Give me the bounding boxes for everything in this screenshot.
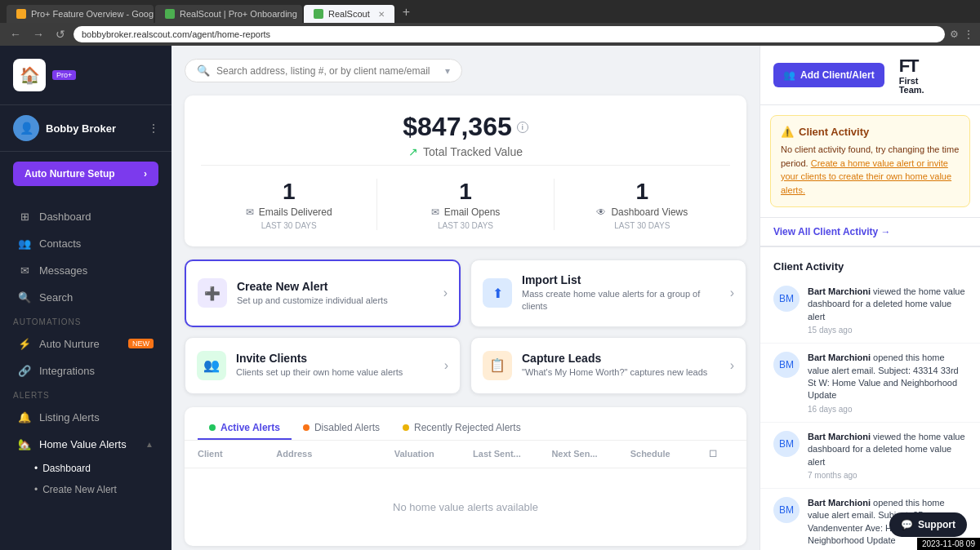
sidebar-user: 👤 Bobby Broker ⋮ <box>0 105 172 152</box>
email-opens-sublabel: LAST 30 DAYS <box>390 221 540 230</box>
client-activity-section-title: Client Activity <box>760 255 980 277</box>
tab-label-1: Pro+ Feature Overview - Google Sl... <box>31 9 154 19</box>
import-list-icon: ⬆ <box>492 286 503 301</box>
forward-button[interactable]: → <box>29 26 47 42</box>
create-alert-icon-box: ➕ <box>198 278 227 308</box>
timestamp: 2023-11-08 09 <box>917 538 980 550</box>
alert-text: No client activity found, try changing t… <box>781 143 960 197</box>
chevron-up-icon: ▲ <box>145 440 154 449</box>
search-dropdown-icon: ▾ <box>445 65 450 77</box>
import-list-text: Import List Mass create home value alert… <box>522 273 720 313</box>
view-all-label: View All Client Activity → <box>773 226 891 237</box>
dashboard-views-number: 1 <box>568 179 717 205</box>
auto-nurture-icon: ⚡ <box>18 337 31 350</box>
dashboard-views-label: Dashboard Views <box>611 206 688 218</box>
import-list-arrow: › <box>730 286 734 300</box>
activity-avatar-2: BM <box>773 352 800 378</box>
tab-3[interactable]: RealScout ✕ <box>304 5 394 23</box>
rejected-dot <box>403 424 409 431</box>
invite-clients-desc: Clients set up their own home value aler… <box>236 366 434 379</box>
view-all-activity-button[interactable]: View All Client Activity → <box>760 217 980 247</box>
sidebar-item-messages-label: Messages <box>39 264 154 277</box>
sidebar-sub-item-dashboard[interactable]: Dashboard <box>0 458 172 479</box>
capture-leads-card[interactable]: 📋 Capture Leads "What's My Home Worth?" … <box>470 337 746 394</box>
support-icon: 💬 <box>901 519 913 530</box>
menu-icon[interactable]: ⋮ <box>964 29 973 40</box>
tab-favicon-1 <box>16 9 26 19</box>
auto-nurture-setup-button[interactable]: Auto Nurture Setup › <box>13 162 158 186</box>
sidebar-item-listing-alerts[interactable]: 🔔 Listing Alerts <box>5 404 167 430</box>
sidebar-item-dashboard[interactable]: ⊞ Dashboard <box>5 203 167 229</box>
tab-rejected-label: Recently Rejected Alerts <box>414 422 521 433</box>
trend-up-icon: ↗ <box>408 145 418 158</box>
metric-dashboard-views: 1 👁 Dashboard Views LAST 30 DAYS <box>555 179 730 230</box>
support-button[interactable]: 💬 Support <box>889 512 967 537</box>
sidebar-item-search[interactable]: 🔍 Search <box>5 284 167 310</box>
tab-2[interactable]: RealScout | Pro+ Onboarding ✕ <box>155 5 302 23</box>
ft-logo: FT FirstTeam. <box>893 55 924 95</box>
tab-close-3[interactable]: ✕ <box>378 10 385 19</box>
reload-button[interactable]: ↺ <box>52 26 69 42</box>
user-menu-icon[interactable]: ⋮ <box>149 122 158 134</box>
search-icon-main: 🔍 <box>197 64 210 77</box>
capture-leads-desc: "What's My Home Worth?" captures new lea… <box>522 366 720 379</box>
import-list-icon-box: ⬆ <box>483 278 512 308</box>
create-new-alert-card[interactable]: ➕ Create New Alert Set up and customize … <box>185 259 461 327</box>
tab-label-3: RealScout <box>328 9 370 19</box>
col-checkbox[interactable]: ☐ <box>709 449 733 459</box>
sidebar-item-contacts[interactable]: 👥 Contacts <box>5 230 167 256</box>
col-schedule: Schedule <box>630 449 709 459</box>
tab-active-alerts[interactable]: Active Alerts <box>198 417 292 440</box>
sidebar-item-home-value-alerts[interactable]: 🏡 Home Value Alerts ▲ <box>5 431 167 457</box>
activity-time-2: 16 days ago <box>808 405 967 414</box>
total-value-amount: $847,365 <box>403 112 511 142</box>
alert-header: ⚠️ Client Activity <box>781 126 960 138</box>
auto-nurture-label: Auto Nurture Setup <box>24 168 115 180</box>
capture-leads-title: Capture Leads <box>522 352 720 365</box>
search-input[interactable] <box>216 65 439 77</box>
tab-rejected-alerts[interactable]: Recently Rejected Alerts <box>391 417 532 440</box>
automations-section-label: AUTOMATIONS <box>0 311 172 330</box>
invite-clients-icon: 👥 <box>203 357 220 373</box>
back-button[interactable]: ← <box>7 26 24 42</box>
add-client-button[interactable]: 👥 Add Client/Alert <box>773 63 884 87</box>
extensions-icon: ⚙ <box>950 29 959 40</box>
invite-clients-title: Invite Clients <box>236 352 434 365</box>
alerts-table-header: Client Address Valuation Last Sent... Ne… <box>185 441 746 468</box>
tab-1[interactable]: Pro+ Feature Overview - Google Sl... ✕ <box>7 5 154 23</box>
warning-icon: ⚠️ <box>781 126 794 138</box>
emails-delivered-label: Emails Delivered <box>259 206 332 218</box>
search-bar-container[interactable]: 🔍 ▾ <box>185 59 462 82</box>
sidebar-item-home-value-alerts-label: Home Value Alerts <box>39 438 137 450</box>
tab-favicon-2 <box>165 9 175 19</box>
email-delivered-icon: ✉ <box>246 206 254 218</box>
sidebar-item-integrations[interactable]: 🔗 Integrations <box>5 357 167 384</box>
sidebar-item-messages[interactable]: ✉ Messages <box>5 257 167 283</box>
total-value: $847,365 i <box>201 112 730 142</box>
create-alert-icon: ➕ <box>204 286 220 301</box>
avatar: 👤 <box>13 115 39 141</box>
emails-delivered-sublabel: LAST 30 DAYS <box>214 221 363 230</box>
sidebar-item-auto-nurture[interactable]: ⚡ Auto Nurture NEW <box>5 330 167 357</box>
add-client-icon: 👥 <box>783 69 795 81</box>
disabled-dot <box>303 424 310 431</box>
sidebar-sub-item-create-new-alert[interactable]: Create New Alert <box>0 479 172 500</box>
tab-favicon-3 <box>314 9 323 19</box>
main-content: 🔍 ▾ $847,365 i ↗ Total Tracked Value 1 ✉… <box>172 46 760 550</box>
activity-text-1: Bart Marchioni viewed the home value das… <box>808 286 967 323</box>
activity-content-2: Bart Marchioni opened this home value al… <box>808 352 967 414</box>
alert-title: Client Activity <box>799 126 869 138</box>
col-next-sent: Next Sen... <box>551 449 630 459</box>
new-tab-button[interactable]: + <box>396 2 416 23</box>
alerts-tabs: Active Alerts Disabled Alerts Recently R… <box>185 407 746 441</box>
invite-clients-card[interactable]: 👥 Invite Clients Clients set up their ow… <box>185 337 461 394</box>
sidebar-nav: ⊞ Dashboard 👥 Contacts ✉ Messages 🔍 Sear… <box>0 196 172 550</box>
address-bar[interactable]: bobbybroker.realscout.com/agent/home-rep… <box>74 26 945 42</box>
create-alert-text: Create New Alert Set up and customize in… <box>237 280 434 307</box>
import-list-card[interactable]: ⬆ Import List Mass create home value ale… <box>470 259 746 327</box>
tab-disabled-alerts[interactable]: Disabled Alerts <box>292 417 391 440</box>
app-container: 🏠 Pro+ 👤 Bobby Broker ⋮ Auto Nurture Set… <box>0 46 980 550</box>
action-grid: ➕ Create New Alert Set up and customize … <box>185 259 746 394</box>
alerts-empty-message: No home value alerts available <box>185 468 746 546</box>
info-icon[interactable]: i <box>517 122 528 133</box>
